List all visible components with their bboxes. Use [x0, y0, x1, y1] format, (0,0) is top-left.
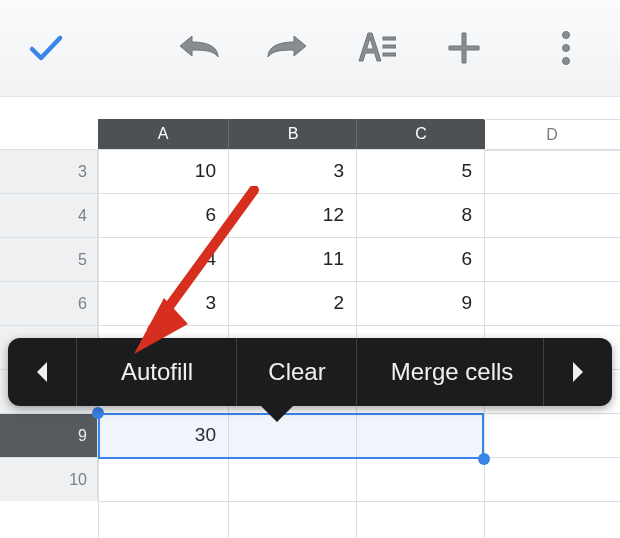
- svg-point-4: [563, 45, 570, 52]
- row-header-6[interactable]: 6: [0, 281, 98, 325]
- svg-rect-0: [383, 37, 396, 40]
- col-header-D[interactable]: D: [484, 119, 620, 151]
- selection-handle-br[interactable]: [478, 453, 490, 465]
- cell-B5[interactable]: 11: [228, 237, 356, 281]
- svg-point-3: [563, 32, 570, 39]
- undo-icon: [178, 33, 222, 63]
- row-header-9[interactable]: 9: [0, 413, 98, 457]
- redo-icon: [264, 33, 308, 63]
- row-header-3[interactable]: 3: [0, 149, 98, 193]
- add-button[interactable]: [436, 20, 492, 76]
- cell-C3[interactable]: 5: [356, 149, 484, 193]
- context-prev[interactable]: [8, 338, 77, 406]
- cell-A3[interactable]: 10: [98, 149, 228, 193]
- cell-A5[interactable]: 4: [98, 237, 228, 281]
- svg-rect-1: [383, 45, 396, 48]
- selection-handle-tl[interactable]: [92, 407, 104, 419]
- row-header-5[interactable]: 5: [0, 237, 98, 281]
- cell-B4[interactable]: 12: [228, 193, 356, 237]
- col-header-B[interactable]: B: [228, 119, 357, 149]
- text-format-button[interactable]: [348, 20, 404, 76]
- context-item-clear[interactable]: Clear: [236, 338, 357, 406]
- plus-icon: [447, 31, 481, 65]
- more-icon: [561, 30, 571, 66]
- cell-B3[interactable]: 3: [228, 149, 356, 193]
- cell-B6[interactable]: 2: [228, 281, 356, 325]
- cell-C6[interactable]: 9: [356, 281, 484, 325]
- col-header-C[interactable]: C: [356, 119, 485, 149]
- confirm-button[interactable]: [18, 20, 74, 76]
- toolbar: [0, 0, 620, 97]
- chevron-right-icon: [569, 360, 587, 384]
- svg-rect-2: [383, 53, 396, 56]
- text-format-icon: [356, 31, 396, 65]
- row-header-10[interactable]: 10: [0, 457, 98, 501]
- col-header-A[interactable]: A: [98, 119, 228, 149]
- undo-button[interactable]: [172, 20, 228, 76]
- context-item-merge[interactable]: Merge cells: [356, 338, 547, 406]
- chevron-left-icon: [33, 360, 51, 384]
- context-menu: Autofill Clear Merge cells: [8, 338, 612, 406]
- context-next[interactable]: [543, 338, 612, 406]
- row-header-4[interactable]: 4: [0, 193, 98, 237]
- cell-C4[interactable]: 8: [356, 193, 484, 237]
- redo-button[interactable]: [258, 20, 314, 76]
- more-button[interactable]: [538, 20, 594, 76]
- check-icon: [26, 28, 66, 68]
- context-item-autofill[interactable]: Autofill: [76, 338, 237, 406]
- cell-C5[interactable]: 6: [356, 237, 484, 281]
- cell-A4[interactable]: 6: [98, 193, 228, 237]
- cell-A6[interactable]: 3: [98, 281, 228, 325]
- svg-point-5: [563, 58, 570, 65]
